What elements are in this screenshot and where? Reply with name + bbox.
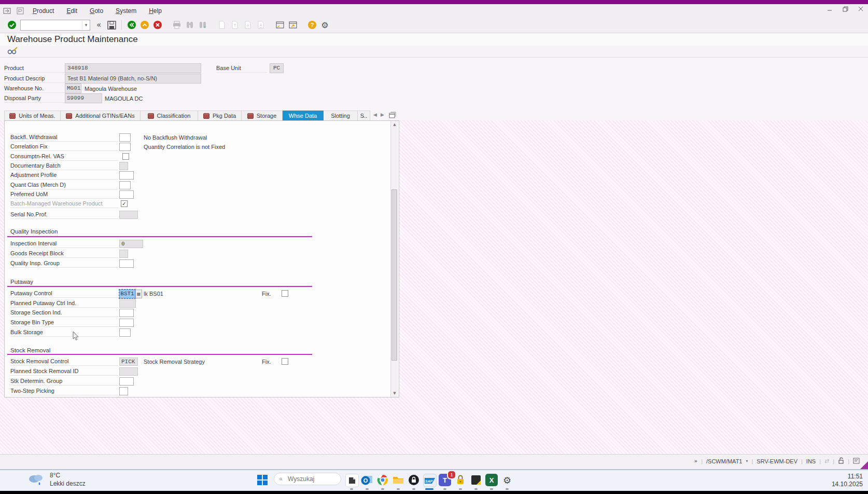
svg-text:SAP: SAP — [425, 479, 433, 483]
base-unit-label: Base Unit — [216, 64, 267, 73]
vertical-scrollbar[interactable]: ▲ ▼ — [390, 121, 398, 397]
stock-removal-control-field[interactable]: PICK — [119, 358, 138, 366]
scroll-up-icon[interactable]: ▲ — [391, 121, 398, 128]
status-transaction-dropdown-icon[interactable]: ▾ — [746, 459, 748, 463]
taskbar-search[interactable] — [274, 473, 341, 485]
storage-section-ind-field[interactable] — [119, 309, 134, 317]
quant-clas-field[interactable] — [119, 181, 131, 189]
backfl-withdrawal-field[interactable] — [119, 133, 131, 142]
preferred-uom-field[interactable] — [119, 190, 134, 199]
app-notepad-icon[interactable] — [345, 474, 359, 487]
tab-whse-data[interactable]: Whse Data — [283, 111, 324, 121]
exit-button[interactable] — [139, 20, 149, 30]
warehouse-no-field[interactable]: MG01 — [65, 84, 81, 93]
tab-units-of-meas[interactable]: Units of Meas. — [4, 111, 61, 121]
weather-widget[interactable]: 8°C Lekki deszcz — [27, 471, 86, 488]
stock-removal-fix-checkbox[interactable] — [282, 358, 288, 365]
help-icon[interactable]: ? — [307, 20, 317, 30]
tab-slotting[interactable]: Slotting — [324, 111, 358, 121]
app-chrome-icon[interactable] — [376, 474, 389, 486]
status-gui-icon[interactable] — [853, 458, 860, 465]
close-icon[interactable] — [857, 5, 865, 12]
menu-goto[interactable]: Goto — [83, 5, 109, 17]
scroll-down-icon[interactable]: ▼ — [391, 390, 398, 397]
menu-edit[interactable]: Edit — [60, 5, 83, 17]
storage-bin-type-field[interactable] — [119, 319, 134, 327]
status-insert-mode[interactable]: INS — [806, 458, 816, 464]
product-descrip-field[interactable]: Test B1 Material 09 (Batch, no-S/N) — [65, 74, 201, 84]
inspection-interval-field[interactable]: 0 — [119, 240, 143, 248]
disposal-party-field[interactable]: S9099 — [65, 93, 102, 103]
correlation-fix-label: Correlation Fix — [10, 143, 118, 151]
app-notes-icon[interactable] — [470, 474, 482, 486]
tab-marker-icon — [247, 113, 254, 119]
tab-scroll-right-icon[interactable]: ▶ — [381, 112, 384, 117]
running-indicator — [381, 488, 384, 490]
tab-label: Whse Data — [289, 113, 317, 119]
base-unit-field[interactable]: PC — [270, 63, 284, 73]
menu-help[interactable]: Help — [143, 5, 168, 17]
app-outlook-icon[interactable]: O — [361, 474, 373, 486]
sap-gui-window: Product Edit Goto System Help ▾ « — [0, 0, 868, 494]
menu-product[interactable]: Product — [26, 5, 60, 17]
tab-additional-gtins[interactable]: Additional GTINs/EANs — [61, 111, 141, 121]
product-field[interactable]: 348918 — [65, 63, 201, 73]
taskbar-clock[interactable]: 11:51 14.10.2025 — [832, 473, 863, 488]
app-file-explorer-icon[interactable] — [392, 474, 404, 486]
adjustment-profile-field[interactable] — [119, 171, 134, 180]
app-keepass-icon[interactable] — [454, 474, 467, 486]
search-input[interactable] — [287, 475, 335, 483]
app-secure-lock-icon[interactable] — [408, 474, 420, 486]
tab-scroll-left-icon[interactable]: ◀ — [373, 112, 377, 117]
back-button[interactable] — [127, 20, 136, 30]
product-label: Product — [4, 64, 65, 73]
app-excel-icon[interactable]: X — [485, 474, 498, 486]
cancel-button[interactable] — [152, 20, 162, 30]
putaway-control-field[interactable]: BST1 — [119, 290, 135, 298]
command-field[interactable] — [21, 21, 82, 30]
minimize-icon[interactable] — [825, 5, 834, 12]
new-session-icon[interactable] — [275, 20, 285, 30]
stock-removal-desc: Stock Removal Strategy — [144, 359, 205, 365]
app-sap-icon[interactable]: SAP — [423, 474, 437, 487]
stk-determin-group-field[interactable] — [119, 377, 134, 386]
running-indicator — [443, 488, 446, 490]
tab-classification[interactable]: Classification — [141, 111, 198, 121]
tab-pkg-data[interactable]: Pkg Data — [198, 111, 242, 121]
quality-insp-group-field[interactable] — [119, 259, 134, 268]
status-transaction[interactable]: /SCWM/MAT1 — [706, 458, 742, 464]
create-shortcut-icon[interactable] — [288, 20, 298, 30]
app-settings-gear-icon[interactable]: ⚙ — [501, 474, 513, 486]
window-accent-bar — [0, 0, 868, 4]
storage-bin-type-label: Storage Bin Type — [10, 319, 118, 327]
standard-toolbar: ▾ « — [0, 17, 868, 33]
start-button[interactable] — [256, 474, 269, 488]
enter-button[interactable] — [7, 20, 17, 30]
command-dropdown-icon[interactable]: ▾ — [82, 21, 90, 30]
quant-clas-label: Quant Clas (Merch D) — [10, 182, 118, 189]
menu-system[interactable]: System — [109, 5, 143, 17]
bulk-storage-field[interactable] — [119, 328, 131, 337]
correlation-fix-field[interactable] — [119, 143, 131, 151]
system-menu-icon[interactable] — [2, 6, 12, 16]
scrollbar-thumb[interactable] — [391, 189, 397, 361]
restore-icon[interactable] — [841, 5, 849, 12]
status-expand-icon[interactable]: » — [694, 458, 697, 464]
find-icon — [185, 20, 194, 30]
tab-storage[interactable]: Storage — [242, 111, 283, 121]
customize-layout-icon[interactable]: ⚙ — [320, 20, 330, 30]
gui-status-icon[interactable] — [15, 6, 25, 16]
putaway-control-dropdown-icon[interactable]: ▦ — [135, 290, 142, 298]
save-icon[interactable] — [107, 20, 117, 30]
display-change-icon[interactable] — [7, 47, 18, 57]
consumptn-rel-vas-checkbox[interactable] — [122, 153, 129, 160]
collapse-toolbar-icon[interactable]: « — [94, 20, 104, 30]
resize-grip[interactable] — [860, 461, 868, 469]
putaway-fix-checkbox[interactable] — [282, 290, 288, 297]
adjustment-profile-label: Adjustment Profile — [10, 172, 118, 180]
tab-truncated[interactable]: S.. — [358, 111, 370, 121]
bulk-storage-label: Bulk Storage — [10, 329, 118, 337]
serial-no-prof-field[interactable] — [119, 211, 138, 219]
tab-overview-icon[interactable] — [389, 112, 396, 121]
two-step-picking-field[interactable] — [119, 387, 128, 395]
